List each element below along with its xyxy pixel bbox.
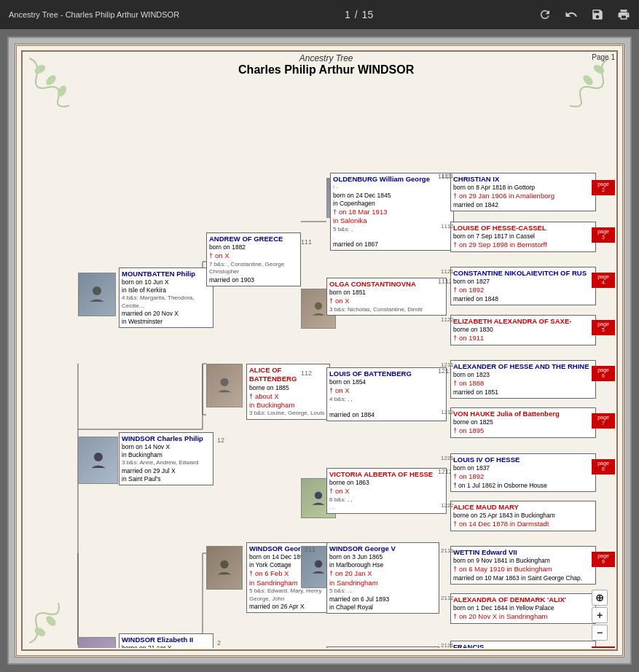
alexandra-denmark-death: † on 20 Nov X in Sandringham	[453, 612, 593, 621]
george-v-death-place: in Sandringham	[329, 579, 436, 587]
page-link-10[interactable]: page10	[592, 646, 615, 648]
card-olga: OLGA CONSTANTINOVNA born on 1851 † on X …	[326, 278, 447, 316]
george-v-death: † on 20 Jan X	[329, 569, 436, 578]
alice-death-place: in Buckingham	[249, 401, 327, 410]
undo-icon[interactable]	[565, 8, 578, 21]
svg-point-32	[220, 560, 228, 569]
zoom-in-button[interactable]: +	[592, 607, 608, 623]
alice-death: † about X	[249, 392, 327, 401]
zoom-fit-button[interactable]: ⊕	[592, 590, 608, 606]
andrew-death: † on X	[209, 251, 298, 260]
alice-maud-born: borne on 25 Apr 1843 in Buckingham	[453, 512, 593, 520]
elizabeth-saxe-born: borne on 1830	[453, 326, 593, 334]
card-mary-teck: MARY OF TECK (MAY) borne on 26 May 1867 …	[326, 646, 439, 648]
louis-iv-death2: † on 1 Jul 1862 in Osborne House	[453, 482, 593, 490]
george-vi-married: married on 26 Apr X	[249, 603, 327, 611]
secnum-1121: 1121	[441, 268, 454, 275]
oldenburg-married: married on 1867	[333, 241, 451, 249]
alexander-hesse-married: married on 1851	[453, 388, 593, 396]
victoria-alberta-name: VICTORIA ALBERTA OF HESSE	[329, 470, 444, 479]
louis-born: born on 1854	[329, 378, 444, 386]
louis-iv-born: born on 1837	[453, 464, 593, 472]
svg-point-35	[315, 560, 322, 567]
louis-bbs: 4 b&s: , ,	[329, 396, 444, 403]
george-v-married: married on 6 Jul 1893	[329, 595, 436, 603]
george-v-born: born on 3 Jun 1865	[329, 553, 436, 561]
oldenburg-place: in Copenhagen	[333, 200, 451, 208]
svg-point-30	[220, 378, 228, 386]
num-charles: 12	[217, 437, 224, 444]
page-current: 1	[345, 9, 350, 20]
window-title: Ancestry Tree - Charles Philip Arthur WI…	[9, 10, 179, 19]
charles-born: born on 14 Nov X	[122, 443, 211, 451]
page-link-5[interactable]: page5	[592, 320, 615, 335]
wettin-edward-death: † on 6 May 1910 in Buckingham	[453, 565, 593, 574]
louis-iv-name: LOUIS IV OF HESSE	[453, 456, 593, 464]
george-v-place: in Marlborough Hse	[329, 561, 436, 569]
louis-iv-death: † on 1892	[453, 472, 593, 481]
secnum-1112: 1112	[441, 223, 454, 230]
christian-ix-married: married on 1842	[453, 201, 593, 209]
svg-point-38	[315, 491, 322, 499]
page-content: Ancestry Tree Charles Philip Arthur WIND…	[15, 44, 624, 657]
george-v-name: WINDSOR George V	[329, 544, 436, 553]
olga-death: † on X	[329, 297, 444, 305]
num-elizabeth: 2	[217, 639, 221, 646]
elizabeth-born: borne on 21 Apr X	[122, 644, 211, 648]
secnum-2112: 2112	[441, 595, 454, 601]
victoria-alberta-born: borne on 1863	[329, 479, 444, 487]
zoom-out-button[interactable]: −	[592, 625, 608, 641]
page-link-7[interactable]: page7	[592, 413, 615, 429]
card-alexandra-denmark: ALEXANDRA OF DENMARK 'ALIX' born on 1 De…	[450, 593, 596, 624]
louis-married: married on 1884	[329, 411, 444, 419]
constantine-born: born on 1827	[453, 278, 593, 286]
print-icon[interactable]	[617, 8, 630, 21]
photo-mountbatten-philip	[78, 273, 116, 316]
oldenburg-born: born on 24 Dec 1845	[333, 192, 451, 200]
andrew-name: ANDREW OF GREECE	[209, 235, 298, 243]
page-link-6[interactable]: page6	[592, 366, 615, 381]
page-link-2[interactable]: page2	[592, 180, 615, 195]
oldenburg-name: OLDENBURG William George	[333, 175, 451, 184]
von-hauke-name: VON HAUKE Julia of Battenberg	[453, 410, 593, 418]
num-alice: 112	[301, 370, 312, 377]
secnum-1222: 1222	[441, 502, 454, 509]
card-von-hauke: VON HAUKE Julia of Battenberg borne on 1…	[450, 407, 596, 438]
alexandra-denmark-name: ALEXANDRA OF DENMARK 'ALIX'	[453, 595, 593, 604]
page-link-4[interactable]: page4	[592, 273, 615, 288]
alice-bbs: 3 b&s: Louise, George, Louis	[249, 410, 327, 417]
card-alice-maud: ALICE MAUD MARY borne on 25 Apr 1843 in …	[450, 501, 596, 531]
louis-name: LOUIS OF BATTENBERG	[329, 370, 444, 378]
page-subtitle: Ancestry Tree	[238, 53, 414, 63]
christian-ix-death: † on 29 Jan 1906 in Amalienborg	[453, 192, 593, 200]
page-link-9[interactable]: page9	[592, 552, 615, 567]
von-hauke-born: borne on 1825	[453, 418, 593, 426]
charles-name: WINDSOR Charles Philip	[122, 434, 211, 443]
document-viewer[interactable]: Ancestry Tree Charles Philip Arthur WIND…	[7, 36, 632, 665]
num-george-v: 211	[305, 546, 315, 553]
olga-bbs: 3 b&s: Nicholas, Constantine, Dimitr	[329, 306, 444, 313]
refresh-icon[interactable]	[538, 8, 552, 21]
photo-elizabeth-ii	[78, 637, 116, 648]
page-link-3[interactable]: page3	[592, 227, 615, 243]
secnum-2111: 2111	[441, 547, 454, 554]
save-icon[interactable]	[591, 8, 604, 21]
card-francis: FRANCIS born on 1837 † on 1900	[450, 641, 596, 648]
card-louise-hesse: LOUISE OF HESSE-CASSEL born on 7 Sep 181…	[450, 222, 596, 252]
constantine-death: † on 1892	[453, 286, 593, 294]
mountbatten-name: MOUNTBATTEN Philip	[122, 270, 211, 278]
page-link-8[interactable]: page8	[592, 459, 615, 474]
andrew-married: married on 1903	[209, 276, 298, 284]
secnum-1221: 1221	[441, 455, 454, 461]
page-counter: 1 / 15	[345, 9, 373, 20]
card-constantine: CONSTANTINE NIKOLAIEVITCH OF RUS born on…	[450, 267, 596, 305]
card-oldenburg: OLDENBURG William George I - born on 24 …	[330, 173, 454, 251]
alice-maud-death: † on 14 Dec 1878 in Darmstadt	[453, 520, 593, 528]
card-victoria-alberta: VICTORIA ALBERTA OF HESSE borne on 1863 …	[326, 468, 447, 514]
mountbatten-married: married on 20 Nov X	[122, 310, 211, 318]
card-wettin-edward: WETTIN Edward VII born on 9 Nov 1841 in …	[450, 546, 596, 585]
card-louis-battenberg: LOUIS OF BATTENBERG born on 1854 † on X …	[326, 367, 447, 421]
mountbatten-place: in Isle of Kerkira	[122, 286, 211, 294]
titlebar: Ancestry Tree - Charles Philip Arthur WI…	[0, 0, 639, 29]
andrew-bbs: 7 b&s: , Constantine, George Christopher	[209, 261, 298, 276]
